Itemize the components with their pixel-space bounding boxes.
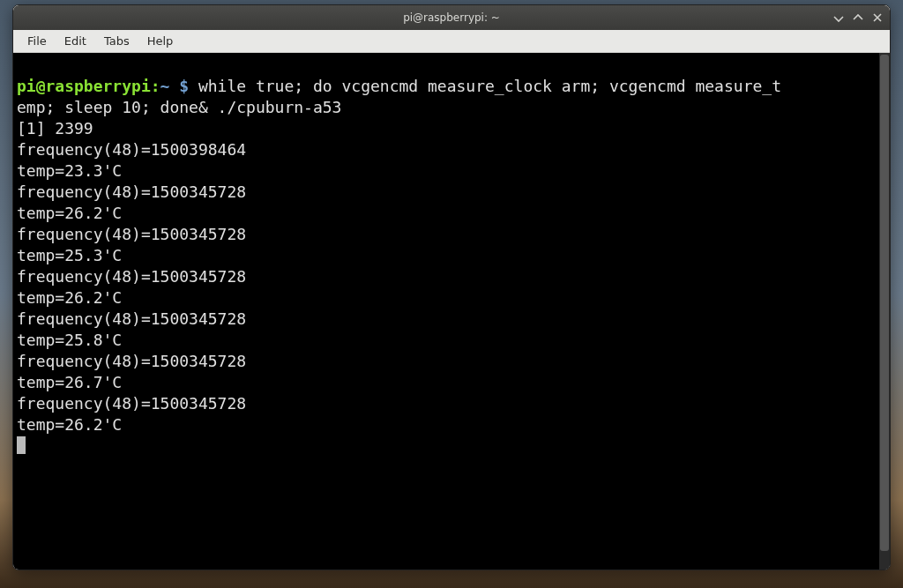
output-line: temp=26.2'C <box>17 288 122 307</box>
window-title: pi@raspberrypi: ~ <box>13 11 890 24</box>
output-line: frequency(48)=1500345728 <box>17 225 246 243</box>
minimize-icon <box>833 12 844 23</box>
titlebar[interactable]: pi@raspberrypi: ~ <box>13 5 890 30</box>
terminal-viewport[interactable]: pi@raspberrypi:~ $ while true; do vcgenc… <box>13 53 890 569</box>
menu-tabs[interactable]: Tabs <box>97 32 137 50</box>
output-line: frequency(48)=1500398464 <box>17 140 246 159</box>
close-icon <box>872 12 883 23</box>
prompt-user-host: pi@raspberrypi <box>17 77 151 95</box>
output-line: [1] 2399 <box>17 119 93 138</box>
minimize-button[interactable] <box>832 11 846 25</box>
menu-file[interactable]: File <box>20 32 54 50</box>
scrollbar-thumb[interactable] <box>880 55 889 551</box>
output-line: frequency(48)=1500345728 <box>17 394 246 413</box>
prompt-sigil: $ <box>169 77 198 95</box>
output-line: frequency(48)=1500345728 <box>17 267 246 286</box>
output-line: frequency(48)=1500345728 <box>17 182 246 201</box>
output-line: temp=26.2'C <box>17 204 122 222</box>
output-line: temp=26.7'C <box>17 373 122 391</box>
output-line: temp=26.2'C <box>17 415 122 434</box>
output-line: temp=25.8'C <box>17 331 122 349</box>
prompt-path: ~ <box>160 77 170 95</box>
terminal-window: pi@raspberrypi: ~ File Edit Tabs Help pi… <box>12 4 891 570</box>
terminal-cursor <box>17 436 26 454</box>
menu-help[interactable]: Help <box>140 32 181 50</box>
menu-edit[interactable]: Edit <box>57 32 93 50</box>
output-line: frequency(48)=1500345728 <box>17 309 246 328</box>
output-line: frequency(48)=1500345728 <box>17 352 246 370</box>
window-controls <box>832 5 884 30</box>
prompt-colon: : <box>151 77 160 95</box>
maximize-icon <box>853 12 863 23</box>
menubar: File Edit Tabs Help <box>13 30 890 53</box>
maximize-button[interactable] <box>851 11 865 25</box>
close-button[interactable] <box>870 11 884 25</box>
terminal-scrollbar[interactable] <box>879 53 890 569</box>
output-line: temp=25.3'C <box>17 246 122 264</box>
output-line: temp=23.3'C <box>17 161 122 180</box>
